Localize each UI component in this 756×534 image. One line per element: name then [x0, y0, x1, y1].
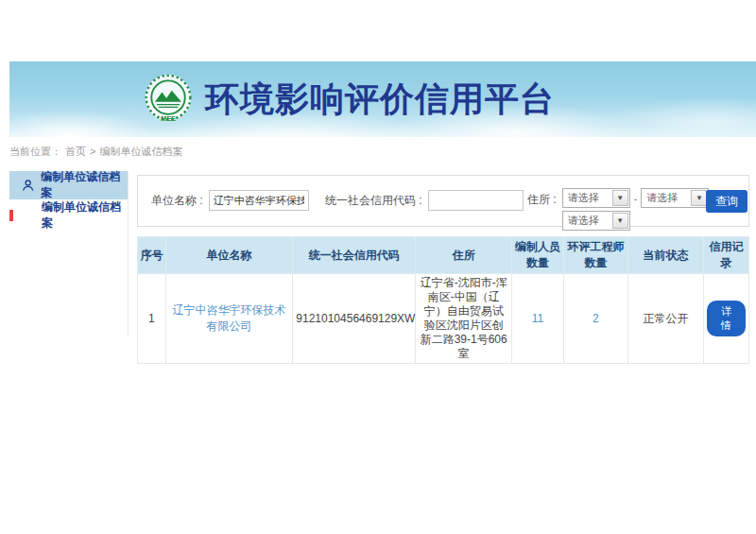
col-header-status: 当前状态: [627, 237, 703, 274]
province-select-value: 请选择: [563, 191, 612, 205]
unit-name-label: 单位名称 :: [151, 193, 203, 209]
separator-dash: -: [634, 193, 638, 204]
unit-name-link[interactable]: 辽宁中咨华宇环保技术有限公司: [173, 303, 286, 333]
sidebar-header: 编制单位诚信档案: [9, 171, 128, 199]
district-select-value: 请选择: [563, 214, 612, 228]
col-header-unit-name: 单位名称: [165, 237, 293, 274]
sidebar-header-label: 编制单位诚信档案: [41, 169, 128, 201]
table-row: 1 辽宁中咨华宇环保技术有限公司 9121010456469129XW 辽宁省-…: [138, 274, 749, 364]
address-label: 住所 :: [527, 192, 557, 208]
search-button[interactable]: 查询: [706, 190, 747, 213]
city-select-value: 请选择: [642, 191, 691, 205]
active-item-marker: [9, 210, 13, 221]
breadcrumb-current: 编制单位诚信档案: [99, 145, 182, 159]
col-header-address: 住所: [416, 237, 512, 274]
breadcrumb-home-link[interactable]: 首页: [65, 145, 86, 159]
chevron-down-icon[interactable]: ▼: [691, 190, 707, 206]
staff-count-link[interactable]: 11: [532, 312, 543, 325]
chevron-down-icon[interactable]: ▼: [612, 213, 628, 229]
mee-logo-icon: MEE: [142, 73, 195, 126]
logo-text: MEE: [161, 114, 176, 123]
col-header-credit-code: 统一社会信用代码: [293, 237, 416, 274]
detail-button[interactable]: 详情: [707, 301, 746, 336]
credit-code-label: 统一社会信用代码 :: [325, 193, 422, 209]
sidebar-item-label: 编制单位诚信档案: [42, 199, 128, 232]
user-icon: [22, 179, 34, 192]
col-header-credit-record: 信用记录: [704, 237, 749, 274]
search-form: 单位名称 : 统一社会信用代码 : 住所 : 请选择 ▼ - 请选择 ▼ -: [137, 175, 749, 227]
cell-credit-code: 9121010456469129XW: [293, 274, 416, 364]
results-table: 序号 单位名称 统一社会信用代码 住所 编制人员数量 环评工程师数量 当前状态 …: [137, 236, 749, 364]
sidebar: 编制单位诚信档案 编制单位诚信档案: [9, 171, 129, 336]
cell-address: 辽宁省-沈阳市-浑南区-中国（辽宁）自由贸易试验区沈阳片区创新二路39-1号60…: [416, 274, 512, 364]
address-city-select[interactable]: 请选择 ▼: [641, 188, 709, 208]
breadcrumb-prefix: 当前位置：: [9, 145, 61, 159]
cell-status: 正常公开: [627, 274, 703, 364]
unit-name-input[interactable]: [209, 190, 309, 211]
col-header-staff-count: 编制人员数量: [511, 237, 563, 274]
cell-index: 1: [138, 274, 166, 364]
sidebar-item-credit-archive[interactable]: 编制单位诚信档案: [9, 199, 128, 232]
col-header-index: 序号: [138, 237, 166, 274]
address-district-select[interactable]: 请选择 ▼: [562, 211, 630, 231]
page-title: 环境影响评价信用平台: [205, 77, 555, 123]
breadcrumb: 当前位置： 首页 > 编制单位诚信档案: [9, 143, 747, 160]
col-header-engineer-count: 环评工程师数量: [563, 237, 627, 274]
credit-code-input[interactable]: [428, 190, 524, 211]
site-banner: MEE 环境影响评价信用平台: [9, 61, 756, 137]
breadcrumb-separator: >: [90, 146, 95, 157]
chevron-down-icon[interactable]: ▼: [612, 190, 628, 206]
address-province-select[interactable]: 请选择 ▼: [562, 188, 630, 208]
table-header-row: 序号 单位名称 统一社会信用代码 住所 编制人员数量 环评工程师数量 当前状态 …: [138, 237, 749, 274]
engineer-count-link[interactable]: 2: [593, 312, 599, 325]
